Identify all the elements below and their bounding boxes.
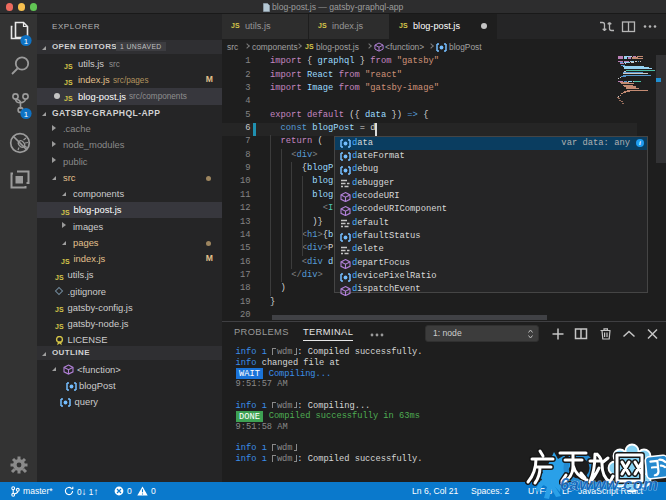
svg-text:1: 1 — [24, 110, 29, 119]
svg-text:6awww.com: 6awww.com — [560, 475, 658, 493]
svg-text:1: 1 — [24, 37, 29, 46]
